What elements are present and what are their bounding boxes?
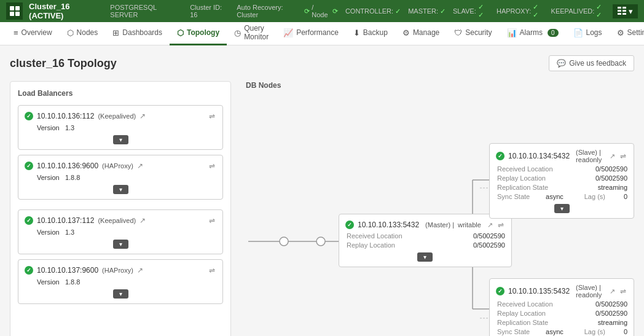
nav-settings[interactable]: ⚙ Settings	[610, 22, 644, 45]
external-link-icon-3[interactable]: ↗	[139, 216, 146, 225]
slave1-chevron-button[interactable]: ▾	[554, 204, 570, 213]
page-title: cluster_16 Topology	[10, 57, 117, 70]
master-share-button[interactable]: ⇌	[497, 219, 505, 230]
lb-node-4-status-icon	[25, 266, 33, 275]
lb-node-1-type: (Keepalived)	[98, 112, 136, 120]
lb-node-1-actions: ⇌	[208, 111, 216, 122]
lb-node-3-status-icon	[25, 216, 33, 225]
lb-node-2: 10.10.10.136:9600 (HAProxy) ↗ ⇌ Version …	[18, 155, 223, 200]
svg-point-11	[280, 237, 288, 246]
nav-alarms[interactable]: 📊 Alarms 0	[500, 22, 566, 45]
lb-node-3-type: (Keepalived)	[98, 217, 136, 224]
lb-node-4-header: 10.10.10.137:9600 (HAProxy) ↗ ⇌	[25, 265, 216, 276]
lb-node-2-status-icon	[25, 162, 33, 170]
master-chevron-button[interactable]: ▾	[417, 252, 433, 262]
nav-dashboards[interactable]: ⊞ Dashboards	[105, 22, 170, 45]
server-type: POSTGRESQL SERVER	[110, 4, 183, 18]
lb-node-4-actions: ⇌	[208, 265, 216, 276]
slave1-node-header: 10.10.10.134:5432 (Slave) | readonly ↗ ⇌	[496, 149, 627, 163]
settings-icon: ⚙	[617, 28, 624, 37]
slave2-replay-location-row: Replay Location 0/5002590	[496, 310, 627, 317]
slave1-actions: ⇌	[619, 150, 627, 162]
svg-rect-1	[15, 6, 20, 10]
controller-status: CONTROLLER: ✓	[345, 7, 401, 15]
manage-icon: ⚙	[402, 28, 410, 37]
master-expand: ▾	[345, 252, 505, 262]
feedback-button[interactable]: 💬 Give us feedback	[549, 55, 634, 71]
lb-node-3-share-button[interactable]: ⇌	[208, 215, 216, 226]
haproxy-status: HAPROXY: ✓ ✓	[497, 3, 544, 19]
svg-point-13	[316, 237, 325, 246]
top-header: Cluster_16 (ACTIVE) POSTGRESQL SERVER Cl…	[0, 0, 644, 22]
slave1-status-icon	[496, 152, 505, 160]
master-node-header: 10.10.10.133:5432 (Master) | writable ↗ …	[345, 219, 505, 230]
lb-node-4-version: Version 1.8.8	[25, 278, 216, 286]
svg-rect-2	[10, 12, 14, 16]
slave2-external-link-icon[interactable]: ↗	[610, 287, 615, 295]
slave1-role-mode: (Slave) | readonly	[576, 149, 603, 163]
svg-rect-6	[618, 10, 621, 12]
lb-node-3-header: 10.10.10.137:112 (Keepalived) ↗ ⇌	[25, 215, 216, 226]
master-ip: 10.10.10.133:5432	[358, 221, 419, 229]
slave1-external-link-icon[interactable]: ↗	[610, 152, 615, 160]
master-replay-location-row: Replay Location 0/5002590	[345, 241, 505, 249]
lb-node-2-share-button[interactable]: ⇌	[208, 160, 216, 171]
slave2-received-location-row: Received Location 0/5002590	[496, 300, 627, 308]
lb-node-4-share-button[interactable]: ⇌	[208, 265, 216, 276]
lb-node-2-chevron-button[interactable]: ▾	[113, 185, 128, 194]
lb-node-3-chevron-button[interactable]: ▾	[113, 240, 128, 249]
svg-rect-8	[618, 13, 621, 15]
slave1-node-wrapper: 10.10.10.134:5432 (Slave) | readonly ↗ ⇌…	[489, 143, 634, 219]
auto-recovery-node-icon: ⟳	[332, 7, 338, 15]
nav-manage[interactable]: ⚙ Manage	[395, 22, 447, 45]
haproxy-check-icon: ✓ ✓	[533, 3, 543, 19]
nav-security[interactable]: 🛡 Security	[447, 22, 499, 45]
slave1-expand: ▾	[496, 204, 627, 213]
svg-rect-4	[618, 7, 621, 9]
slave2-ip: 10.10.10.135:5432	[508, 287, 570, 295]
db-area-title: DB Nodes	[246, 81, 634, 90]
backup-icon: ⬇	[353, 28, 360, 37]
nav-query-monitor[interactable]: ◷ Query Monitor	[227, 22, 276, 45]
external-link-icon-4[interactable]: ↗	[137, 266, 143, 275]
chevron-down-icon: ▾	[629, 7, 633, 16]
master-actions: ⇌	[497, 219, 505, 230]
grid-view-button[interactable]: ▾	[613, 4, 638, 18]
lb-node-4: 10.10.10.137:9600 (HAProxy) ↗ ⇌ Version …	[18, 259, 223, 304]
logs-icon: 📄	[573, 28, 583, 37]
lb-node-2-type: (HAProxy)	[102, 162, 133, 170]
lb-node-2-expand: ▾	[25, 185, 216, 194]
nav-backup[interactable]: ⬇ Backup	[346, 22, 395, 45]
feedback-icon: 💬	[557, 59, 566, 68]
lb-node-4-type: (HAProxy)	[102, 267, 133, 274]
lb-node-1-share-button[interactable]: ⇌	[208, 111, 216, 122]
nav-performance[interactable]: 📈 Performance	[276, 22, 346, 45]
auto-recovery-cluster-icon: ⟳	[304, 7, 310, 15]
lb-panel-title: Load Balancers	[18, 89, 223, 98]
external-link-icon-1[interactable]: ↗	[139, 112, 146, 120]
header-meta: POSTGRESQL SERVER Cluster ID: 16 Auto Re…	[110, 3, 607, 19]
nav-nodes[interactable]: ⬡ Nodes	[60, 22, 106, 45]
external-link-icon-2[interactable]: ↗	[137, 162, 143, 170]
nav-topology[interactable]: ⬡ Topology	[170, 22, 227, 45]
lb-node-4-chevron-button[interactable]: ▾	[113, 289, 128, 299]
controller-check-icon: ✓	[395, 7, 401, 15]
nav-overview[interactable]: ≡ Overview	[6, 22, 60, 45]
lb-node-1-header: 10.10.10.136:112 (Keepalived) ↗ ⇌	[25, 111, 216, 122]
master-status: MASTER: ✓	[408, 7, 446, 15]
slave1-node-card: 10.10.10.134:5432 (Slave) | readonly ↗ ⇌…	[489, 143, 634, 219]
lb-node-2-header: 10.10.10.136:9600 (HAProxy) ↗ ⇌	[25, 160, 216, 171]
nav-logs[interactable]: 📄 Logs	[566, 22, 610, 45]
slave1-replay-location-row: Replay Location 0/5002590	[496, 174, 627, 182]
master-external-link-icon[interactable]: ↗	[487, 221, 493, 229]
lb-node-1-chevron-button[interactable]: ▾	[113, 135, 128, 144]
master-node-card: 10.10.10.133:5432 (Master) | writable ↗ …	[339, 214, 512, 267]
master-status-icon	[345, 221, 354, 229]
slave2-share-button[interactable]: ⇌	[619, 286, 627, 297]
alarms-badge: 0	[548, 29, 559, 37]
slave2-actions: ⇌	[619, 286, 627, 297]
slave1-share-button[interactable]: ⇌	[619, 150, 627, 162]
alarms-icon: 📊	[507, 28, 517, 37]
slave2-node-wrapper: 10.10.10.135:5432 (Slave) | readonly ↗ ⇌…	[489, 278, 634, 336]
lb-node-3-version: Version 1.3	[25, 229, 216, 236]
